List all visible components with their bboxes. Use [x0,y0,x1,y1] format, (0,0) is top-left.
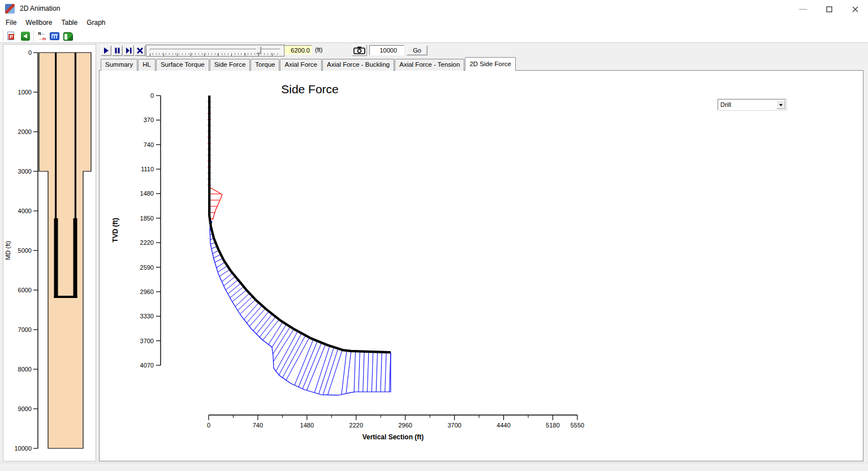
svg-text:Side Force: Side Force [281,83,339,96]
svg-text:TVD (ft): TVD (ft) [111,218,119,242]
svg-text:4000: 4000 [18,208,32,214]
series-dropdown[interactable]: Drill [718,99,787,110]
play-button[interactable] [101,45,111,56]
pause-icon [114,47,121,54]
go-depth-input[interactable] [369,45,404,55]
pause-button[interactable] [112,45,123,56]
tab-axial-force-tension[interactable]: Axial Force - Tension [395,59,464,71]
close-button[interactable] [842,0,868,17]
step-forward-button[interactable] [123,45,134,56]
maximize-icon [826,6,832,12]
back-icon [21,32,30,41]
menu-item-graph[interactable]: Graph [82,17,110,29]
svg-text:Vertical Section (ft): Vertical Section (ft) [362,433,424,441]
svg-text:5000: 5000 [18,247,32,254]
app-window: 2D Animation — FileWellboreTableGraph ft… [0,0,868,471]
svg-text:2000: 2000 [18,128,32,135]
stop-icon [136,47,144,54]
svg-text:4440: 4440 [496,422,510,429]
toolbar-separator [33,31,34,41]
svg-text:3700: 3700 [447,422,461,429]
tab-2d-side-force[interactable]: 2D Side Force [465,57,516,71]
powerpoint-export-button[interactable] [6,31,17,42]
wellbore-panel: 0100020003000400050006000700080009000100… [3,44,96,461]
window-title: 2D Animation [20,5,60,12]
svg-text:2220: 2220 [349,422,363,429]
svg-text:7000: 7000 [18,326,32,333]
calculator-icon [50,32,59,40]
tab-axial-force-buckling[interactable]: Axial Force - Buckling [322,59,394,71]
go-button[interactable]: Go [407,45,427,55]
menu-item-wellbore[interactable]: Wellbore [21,17,57,29]
depth-unit-label: (ft) [315,46,322,53]
svg-text:1110: 1110 [141,166,154,172]
status-bar [0,463,868,471]
menu-bar: FileWellboreTableGraph [0,17,868,29]
svg-text:6000: 6000 [18,287,32,293]
menu-item-table[interactable]: Table [57,17,82,29]
toolbar-separator [3,31,3,41]
tab-side-force[interactable]: Side Force [210,59,251,71]
svg-text:2960: 2960 [398,422,412,429]
svg-text:1480: 1480 [300,422,314,429]
back-button[interactable] [20,31,31,42]
svg-text:3000: 3000 [18,168,32,175]
svg-text:2220: 2220 [140,239,154,246]
svg-text:5180: 5180 [546,422,559,429]
tab-hl[interactable]: HL [138,59,156,71]
chart-panel: Side Force037074011101480185022202590296… [99,70,863,461]
dropdown-value: Drill [720,101,731,108]
ft-to-m-icon: ft←→m [36,31,47,42]
svg-text:1480: 1480 [140,190,154,197]
log-book-icon [63,32,73,41]
current-depth-value: 6200.0 [284,45,312,55]
svg-text:1850: 1850 [140,215,154,222]
calculator-button[interactable] [49,31,60,42]
side-force-chart: Side Force037074011101480185022202590296… [100,71,863,461]
stop-button[interactable] [135,45,145,56]
menu-item-file[interactable]: File [1,17,21,29]
svg-text:740: 740 [253,422,263,429]
svg-text:10000: 10000 [14,445,32,452]
wellbore-schematic: 0100020003000400050006000700080009000100… [3,45,96,461]
svg-text:1000: 1000 [18,89,32,96]
svg-text:0: 0 [150,92,154,99]
tab-torque[interactable]: Torque [251,59,279,71]
unit-convert-button[interactable]: ft←→m [36,31,47,42]
powerpoint-export-icon [7,32,14,40]
slider-ticks [150,53,280,56]
svg-text:740: 740 [144,141,154,148]
tab-axial-force[interactable]: Axial Force [280,59,322,71]
chevron-down-icon[interactable] [776,100,785,109]
svg-text:5550: 5550 [571,422,584,429]
svg-text:8000: 8000 [18,366,32,373]
svg-text:4070: 4070 [140,362,154,369]
tab-surface-torque[interactable]: Surface Torque [156,59,209,71]
step-forward-icon [125,47,132,54]
svg-text:2960: 2960 [140,288,154,295]
app-icon [5,4,15,14]
tab-summary[interactable]: Summary [101,59,137,71]
svg-text:3700: 3700 [140,338,154,344]
svg-text:370: 370 [144,116,154,123]
depth-slider[interactable] [146,45,284,57]
camera-icon [352,45,366,55]
svg-text:0: 0 [28,49,32,56]
snapshot-button[interactable] [352,45,367,56]
svg-text:MD (ft): MD (ft) [5,241,11,260]
svg-text:3330: 3330 [140,313,154,319]
svg-text:0: 0 [207,422,210,429]
toolbar: ft←→m [0,29,868,43]
svg-text:9000: 9000 [18,405,32,412]
svg-text:2590: 2590 [140,264,154,271]
tab-bar: SummaryHLSurface TorqueSide ForceTorqueA… [101,57,516,71]
play-icon [102,47,110,54]
minimize-button[interactable]: — [790,0,816,17]
maximize-button[interactable] [816,0,842,17]
title-bar: 2D Animation — [0,0,868,17]
log-book-button[interactable] [62,31,74,42]
close-icon [852,6,858,12]
